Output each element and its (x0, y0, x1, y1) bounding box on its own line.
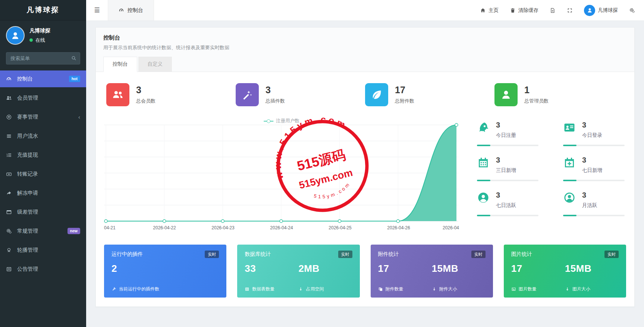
user-panel: 凡博球探 在线 (0, 20, 86, 48)
realtime-badge: 实时 (471, 251, 486, 258)
progress-bar (477, 215, 538, 216)
x-axis-label: 2026-04 (443, 225, 459, 230)
sidebar-item-carousel[interactable]: 轮播管理 (0, 242, 86, 258)
quick-stats-grid: 3今日注册 3今日登录 (477, 120, 626, 233)
card-attachment-stats: 附件统计 实时 17 15MB 附件数量 (371, 245, 493, 298)
money-icon (6, 171, 13, 177)
x-axis-label: 2026-04-26 (387, 225, 410, 230)
clear-cache-button[interactable]: 清除缓存 (510, 7, 538, 14)
language-icon (550, 7, 556, 13)
app-root: 凡博球探 凡博球探 在线 控制台 hot (0, 0, 644, 327)
card-database-stats: 数据库统计 实时 33 2MB 数据表数量 (237, 245, 359, 298)
sidebar-item-user-flow[interactable]: 用户流水 (0, 128, 86, 144)
user-avatar[interactable] (6, 26, 25, 45)
sidebar: 凡博球探 凡博球探 在线 控制台 hot (0, 0, 86, 327)
sidebar-item-matches[interactable]: 赛事管理 ‹ (0, 109, 86, 125)
topbar-user-menu[interactable]: 凡博球探 (584, 5, 618, 16)
sidebar-item-level-diff[interactable]: 级差管理 (0, 204, 86, 220)
wrench-icon (111, 287, 116, 292)
tab-custom[interactable]: 自定义 (138, 57, 172, 72)
chevron-left-icon: ‹ (78, 114, 80, 120)
menu-search (6, 52, 80, 65)
registered-users-chart: 注册用户数 04-212026-04-222026-04-232026-04-2… (104, 120, 459, 233)
leaf-icon (365, 83, 388, 106)
stat-total-plugins[interactable]: 3总插件数 (236, 83, 365, 106)
sidebar-toggle-icon[interactable]: ☰ (86, 0, 108, 21)
x-axis-label: 2026-04-25 (329, 225, 351, 230)
person-icon (10, 30, 21, 41)
topbar-tab-dashboard[interactable]: 控制台 (108, 0, 154, 21)
list-icon (6, 133, 13, 139)
window-icon (6, 209, 13, 215)
progress-bar (563, 180, 625, 181)
new-badge: new (67, 228, 80, 234)
stat-total-members[interactable]: 3总会员数 (106, 83, 236, 106)
page-subtitle: 用于展示当前系统中的统计数据、统计报表及重要实时数据 (103, 44, 627, 51)
panel-header: 控制台 用于展示当前系统中的统计数据、统计报表及重要实时数据 控制台 自定义 (96, 28, 634, 72)
panel-tabs: 控制台 自定义 (103, 57, 627, 72)
sidebar-item-announcements[interactable]: 公告管理 (0, 261, 86, 277)
sidebar-item-general-settings[interactable]: 常规管理 new (0, 223, 86, 239)
home-icon (480, 7, 486, 13)
sidebar-menu: 控制台 hot 会员管理 赛事管理 ‹ 用户流水 充值提现 (0, 70, 86, 327)
user-name: 凡博球探 (29, 28, 50, 34)
fullscreen-button[interactable] (567, 7, 573, 13)
language-button[interactable] (550, 7, 556, 13)
realtime-badge: 实时 (205, 251, 219, 258)
sidebar-item-recharge-withdraw[interactable]: 充值提现 (0, 147, 86, 163)
middle-section: 注册用户数 04-212026-04-222026-04-232026-04-2… (104, 120, 626, 233)
quick-stat-7day-new: 3七日新增 (563, 156, 625, 181)
dashboard-panel: 控制台 用于展示当前系统中的统计数据、统计报表及重要实时数据 控制台 自定义 3… (95, 27, 635, 307)
magic-wand-icon (236, 83, 259, 106)
online-dot-icon (29, 38, 33, 42)
x-axis-label: 2026-04-22 (153, 225, 176, 230)
x-axis-label: 04-21 (104, 225, 116, 230)
stat-total-attachments[interactable]: 17总附件数 (365, 83, 494, 106)
card-image-stats: 图片统计 实时 17 15MB 图片数量 (504, 245, 626, 298)
quick-stat-today-login: 3今日登录 (563, 121, 625, 146)
arrow-down-icon (432, 287, 437, 292)
carousel-icon (6, 247, 13, 253)
stats-row: 3总会员数 3总插件数 17总附件数 1总管理员数 (104, 82, 626, 106)
sidebar-item-unfreeze-requests[interactable]: 解冻申请 (0, 185, 86, 201)
tab-dashboard[interactable]: 控制台 (103, 57, 137, 72)
user-avatar (584, 5, 595, 16)
search-icon[interactable] (71, 55, 77, 61)
calendar-icon (477, 156, 490, 169)
quick-stat-3day-new: 3三日新增 (477, 156, 538, 181)
sidebar-item-transfer-records[interactable]: 转账记录 (0, 166, 86, 182)
user-status: 在线 (29, 37, 50, 44)
users-icon (106, 83, 129, 106)
user-circle-outline-icon (563, 191, 576, 204)
gears-icon (629, 7, 635, 13)
app-logo: 凡博球探 (0, 0, 86, 20)
search-input[interactable] (6, 52, 80, 65)
settings-button[interactable] (629, 7, 635, 13)
sidebar-item-dashboard[interactable]: 控制台 hot (0, 70, 86, 87)
bottom-cards-row: 运行中的插件 实时 2 当前运行中的插件数 (104, 245, 626, 298)
arrow-down-icon (565, 287, 570, 292)
quick-stat-7day-active: 3七日活跃 (477, 191, 538, 216)
announcement-icon (6, 266, 13, 272)
x-axis-label: 2026-04-24 (270, 225, 293, 230)
legend-marker-icon (264, 121, 273, 122)
gears-icon (6, 228, 13, 234)
quick-stat-today-registered: 3今日注册 (477, 121, 538, 146)
chart-legend-item[interactable]: 注册用户数 (264, 118, 299, 124)
sidebar-item-members[interactable]: 会员管理 (0, 89, 86, 106)
area-chart (104, 120, 458, 223)
user-circle-icon (477, 191, 490, 204)
arrow-down-icon (298, 287, 303, 292)
home-button[interactable]: 主页 (480, 7, 499, 14)
page-title: 控制台 (103, 34, 627, 41)
share-arrow-icon (6, 190, 13, 196)
card-running-plugins: 运行中的插件 实时 2 当前运行中的插件数 (104, 245, 226, 298)
users-icon (6, 95, 13, 101)
progress-bar (563, 145, 625, 146)
dashboard-icon (119, 7, 124, 13)
person-icon (494, 83, 518, 106)
expand-icon (567, 7, 573, 13)
quick-stat-month-active: 3月活跃 (563, 191, 625, 216)
trash-icon (510, 7, 516, 13)
stat-total-admins[interactable]: 1总管理员数 (494, 83, 624, 106)
